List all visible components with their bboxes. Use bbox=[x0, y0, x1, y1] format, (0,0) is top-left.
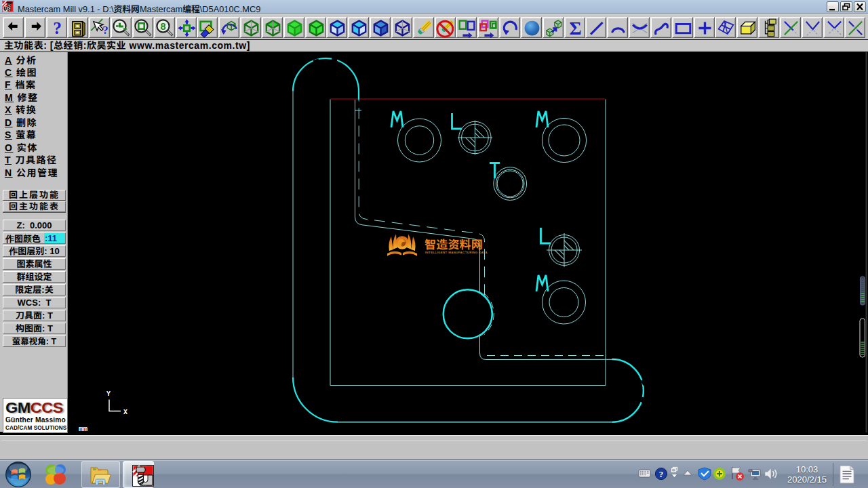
svg-text:?: ? bbox=[659, 468, 664, 479]
svg-text:?: ? bbox=[53, 18, 62, 37]
svg-text:Y: Y bbox=[106, 390, 111, 398]
svg-text:X: X bbox=[123, 409, 127, 416]
svg-text:INTELLIGENT MANUFACTURING DATA: INTELLIGENT MANUFACTURING DATA bbox=[425, 251, 488, 254]
svg-text:Σ: Σ bbox=[569, 18, 581, 38]
svg-text:?: ? bbox=[102, 24, 108, 37]
svg-text:8: 8 bbox=[160, 21, 165, 32]
svg-text:智造资料网: 智造资料网 bbox=[425, 235, 483, 252]
svg-text:mm: mm bbox=[79, 425, 88, 432]
